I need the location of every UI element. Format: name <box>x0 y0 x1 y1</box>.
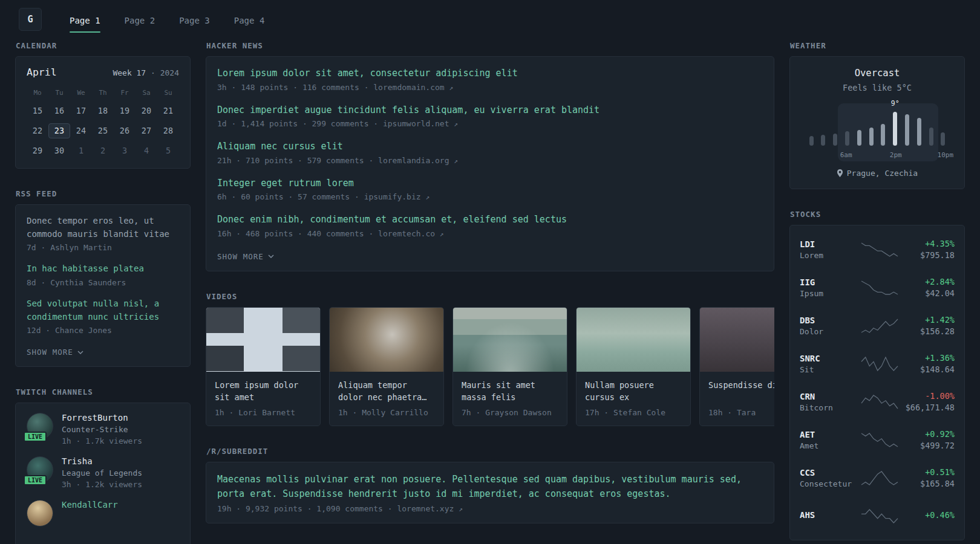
twitch-channel-game: League of Legends <box>62 468 142 478</box>
video-card[interactable]: Suspendisse diam 18h · Tara <box>699 307 774 426</box>
hackernews-item-domain[interactable]: loremdomain.com <box>373 83 444 92</box>
video-title[interactable]: Nullam posuere cursus ex <box>585 379 682 403</box>
subreddit-section: /R/SUBREDDIT Maecenas mollis pulvinar er… <box>206 447 774 523</box>
video-card[interactable]: Aliquam tempor dolor nec phaetra… 1h · M… <box>329 307 444 426</box>
external-link-icon: ↗ <box>440 230 444 238</box>
twitch-channel-name[interactable]: KendallCarr <box>62 500 118 510</box>
video-thumbnail[interactable] <box>206 308 320 372</box>
stock-sparkline <box>860 356 899 372</box>
hackernews-show-more-button[interactable]: SHOW MORE <box>217 252 274 261</box>
video-thumbnail[interactable] <box>453 308 567 372</box>
video-meta: 17h · Stefan Cole <box>585 408 682 417</box>
live-badge: LIVE <box>24 432 47 442</box>
video-thumbnail[interactable] <box>330 308 443 372</box>
weather-bar <box>831 111 840 146</box>
calendar-day: 29 <box>27 143 48 158</box>
calendar-day: 19 <box>114 103 136 118</box>
hackernews-item-title[interactable]: Lorem ipsum dolor sit amet, consectetur … <box>217 66 763 80</box>
video-title[interactable]: Mauris sit amet massa felis <box>462 379 558 403</box>
chevron-down-icon <box>268 254 274 258</box>
hackernews-item-domain[interactable]: ipsumworld.net <box>383 119 449 128</box>
video-title[interactable]: Suspendisse diam <box>708 379 774 403</box>
calendar-day: 1 <box>70 143 92 158</box>
subreddit-post-domain[interactable]: loremnet.xyz <box>397 504 454 513</box>
twitch-channel-row[interactable]: KendallCarr <box>27 500 179 526</box>
tab-page-2[interactable]: Page 2 <box>125 0 155 39</box>
stock-row[interactable]: SNRC Sit +1.36% $148.64 <box>800 345 955 383</box>
stock-change: +4.35% <box>904 239 955 248</box>
stocks-card: LDI Lorem +4.35% $795.18 IIG Ipsum <box>789 225 965 540</box>
stock-row[interactable]: AHS +0.46% <box>800 497 955 535</box>
app-logo[interactable]: G <box>19 8 42 31</box>
hackernews-item-title[interactable]: Donec imperdiet augue tincidunt felis al… <box>217 103 763 117</box>
stock-row[interactable]: CRN Bitcorn -1.00% $66,171.48 <box>800 383 955 421</box>
stock-ticker: AET <box>800 430 855 439</box>
calendar-day: 4 <box>136 143 157 158</box>
stock-name: Amet <box>800 441 855 450</box>
stock-sparkline <box>860 242 899 257</box>
video-card[interactable]: Nullam posuere cursus ex 17h · Stefan Co… <box>576 307 691 426</box>
stock-change: +1.36% <box>904 353 955 363</box>
weather-hour-label <box>904 151 912 159</box>
twitch-channel-name[interactable]: ForrestBurton <box>62 413 142 423</box>
stock-row[interactable]: DBS Dolor +1.42% $156.28 <box>800 306 955 345</box>
video-card[interactable]: Mauris sit amet massa felis 7h · Grayson… <box>452 307 567 426</box>
calendar-grid: MoTuWeThFrSaSu15161718192021222324252627… <box>27 88 179 158</box>
twitch-channel-name[interactable]: Trisha <box>62 456 142 466</box>
weather-condition: Overcast <box>800 68 955 79</box>
stock-change: +2.84% <box>904 277 955 287</box>
tab-page-4[interactable]: Page 4 <box>234 0 265 39</box>
stock-ticker: IIG <box>800 277 855 287</box>
calendar-week: Week 17 · 2024 <box>113 68 179 77</box>
rss-show-more-button[interactable]: SHOW MORE <box>27 348 83 357</box>
stock-name: Dolor <box>800 327 855 336</box>
tab-page-1[interactable]: Page 1 <box>70 0 100 39</box>
video-title[interactable]: Lorem ipsum dolor sit amet consectetu… <box>215 379 312 403</box>
weather-bar <box>939 111 947 146</box>
rss-item-title[interactable]: Sed volutpat nulla nisl, a condimentum n… <box>27 297 179 323</box>
hackernews-item-domain[interactable]: loremlandia.org <box>378 156 449 165</box>
video-title[interactable]: Aliquam tempor dolor nec phaetra… <box>338 379 435 403</box>
weather-bar <box>903 111 912 146</box>
calendar-section-label: CALENDAR <box>16 41 191 50</box>
weather-hour-label <box>854 151 863 159</box>
twitch-channel-row[interactable]: LIVE Trisha League of Legends 3h · 1.2k … <box>27 456 179 489</box>
twitch-channel-meta: 1h · 1.7k viewers <box>62 436 142 445</box>
rss-item-title[interactable]: Donec tempor eros leo, ut commodo mauris… <box>27 215 179 241</box>
stock-ticker: DBS <box>800 316 855 325</box>
hackernews-item-domain[interactable]: ipsumify.biz <box>364 192 421 201</box>
calendar-day-header: Mo <box>27 88 48 99</box>
video-meta: 7h · Grayson Dawson <box>462 408 558 417</box>
rss-item-title[interactable]: In hac habitasse platea <box>27 262 179 276</box>
hackernews-item-domain[interactable]: loremtech.co <box>378 229 435 238</box>
tab-page-3[interactable]: Page 3 <box>179 0 210 39</box>
hackernews-card: Lorem ipsum dolor sit amet, consectetur … <box>206 56 774 271</box>
twitch-channel-row[interactable]: LIVE ForrestBurton Counter-Strike 1h · 1… <box>27 413 179 445</box>
video-thumbnail[interactable] <box>700 308 774 372</box>
video-card[interactable]: Lorem ipsum dolor sit amet consectetu… 1… <box>206 307 321 426</box>
calendar-day: 5 <box>157 143 179 158</box>
stock-row[interactable]: AET Amet +0.92% $499.72 <box>800 421 955 459</box>
twitch-section: TWITCH CHANNELS LIVE ForrestBurton Count… <box>15 387 191 544</box>
stock-row[interactable]: CCS Consectetur +0.51% $165.84 <box>800 459 955 497</box>
hackernews-item-meta: 1d · 1,414 points · 299 comments · ipsum… <box>217 119 763 128</box>
stock-ticker: SNRC <box>800 354 855 363</box>
calendar-day: 22 <box>27 123 48 138</box>
stock-change: -1.00% <box>904 391 955 401</box>
stock-price: $148.64 <box>904 364 955 374</box>
hackernews-item-title[interactable]: Integer eget rutrum lorem <box>217 176 763 190</box>
weather-hour-label: 2pm <box>892 151 900 159</box>
video-meta: 1h · Molly Carrillo <box>338 408 435 417</box>
stock-row[interactable]: LDI Lorem +4.35% $795.18 <box>800 230 955 268</box>
video-thumbnail[interactable] <box>577 308 690 372</box>
calendar-day: 17 <box>70 103 92 118</box>
stock-row[interactable]: IIG Ipsum +2.84% $42.04 <box>800 268 955 306</box>
weather-location: Prague, Czechia <box>837 169 918 178</box>
hackernews-item-title[interactable]: Donec enim nibh, condimentum et accumsan… <box>217 213 763 227</box>
subreddit-post-title[interactable]: Maecenas mollis pulvinar erat non posuer… <box>217 472 763 501</box>
stock-sparkline <box>860 318 899 334</box>
stock-name: Bitcorn <box>800 403 855 412</box>
weather-section-label: WEATHER <box>790 41 965 50</box>
weather-hour-label: 10pm <box>941 151 950 159</box>
hackernews-item-title[interactable]: Aliquam nec cursus elit <box>217 140 763 154</box>
